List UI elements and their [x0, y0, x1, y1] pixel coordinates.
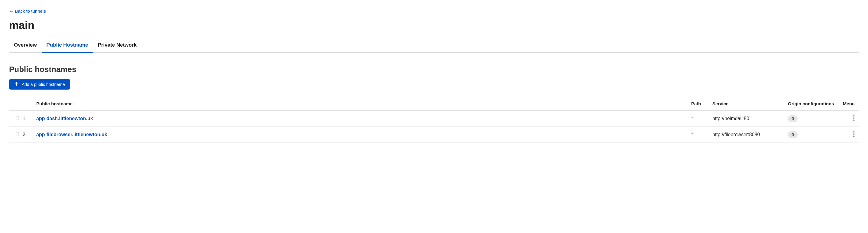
svg-point-8	[854, 115, 855, 117]
column-header-service: Service	[712, 101, 788, 106]
svg-point-19	[854, 136, 855, 137]
svg-point-15	[16, 135, 17, 136]
column-header-config: Origin configurations	[788, 101, 842, 106]
column-header-hostname: Public hostname	[36, 101, 691, 106]
svg-point-14	[18, 134, 19, 134]
tab-public-hostname[interactable]: Public Hostname	[42, 39, 93, 53]
svg-point-7	[18, 119, 19, 120]
origin-config-badge: 0	[788, 131, 798, 138]
svg-point-10	[854, 119, 855, 121]
add-public-hostname-button[interactable]: Add a public hostname	[9, 79, 70, 90]
table-row: 1 app-dash.littlenewton.uk * http://heim…	[9, 111, 859, 127]
kebab-menu-icon[interactable]	[853, 115, 855, 122]
svg-point-12	[18, 132, 19, 133]
row-service: http://filebrowser:8080	[712, 132, 788, 137]
svg-point-11	[16, 132, 17, 133]
kebab-menu-icon[interactable]	[853, 131, 855, 138]
svg-point-16	[18, 135, 19, 136]
tab-overview[interactable]: Overview	[9, 39, 42, 53]
svg-point-18	[854, 134, 855, 135]
origin-config-badge: 0	[788, 115, 798, 122]
svg-point-17	[854, 131, 855, 133]
section-title: Public hostnames	[9, 65, 859, 74]
back-to-tunnels-link[interactable]: ← Back to tunnels	[9, 8, 46, 13]
svg-point-2	[16, 116, 17, 117]
add-button-label: Add a public hostname	[22, 82, 65, 87]
row-service: http://heimdall:80	[712, 116, 788, 121]
drag-handle-icon[interactable]	[16, 131, 20, 138]
svg-point-13	[16, 134, 17, 134]
hostname-link[interactable]: app-filebrowser.littlenewton.uk	[36, 132, 107, 137]
drag-handle-icon[interactable]	[16, 115, 20, 122]
svg-point-4	[16, 117, 17, 118]
page-title: main	[9, 19, 859, 32]
row-path: *	[691, 132, 712, 137]
hostname-link[interactable]: app-dash.littlenewton.uk	[36, 116, 93, 121]
row-index: 1	[23, 116, 36, 121]
table-row: 2 app-filebrowser.littlenewton.uk * http…	[9, 127, 859, 143]
row-path: *	[691, 116, 712, 121]
column-header-menu: Menu	[842, 101, 859, 106]
table-header-row: Public hostname Path Service Origin conf…	[9, 98, 859, 111]
svg-point-5	[18, 117, 19, 118]
column-header-path: Path	[691, 101, 712, 106]
hostnames-table: Public hostname Path Service Origin conf…	[9, 98, 859, 143]
tab-private-network[interactable]: Private Network	[93, 39, 142, 53]
plus-icon	[14, 82, 19, 87]
svg-point-6	[16, 119, 17, 120]
tab-bar: Overview Public Hostname Private Network	[9, 39, 859, 53]
svg-point-9	[854, 117, 855, 119]
svg-point-3	[18, 116, 19, 117]
row-index: 2	[23, 132, 36, 137]
